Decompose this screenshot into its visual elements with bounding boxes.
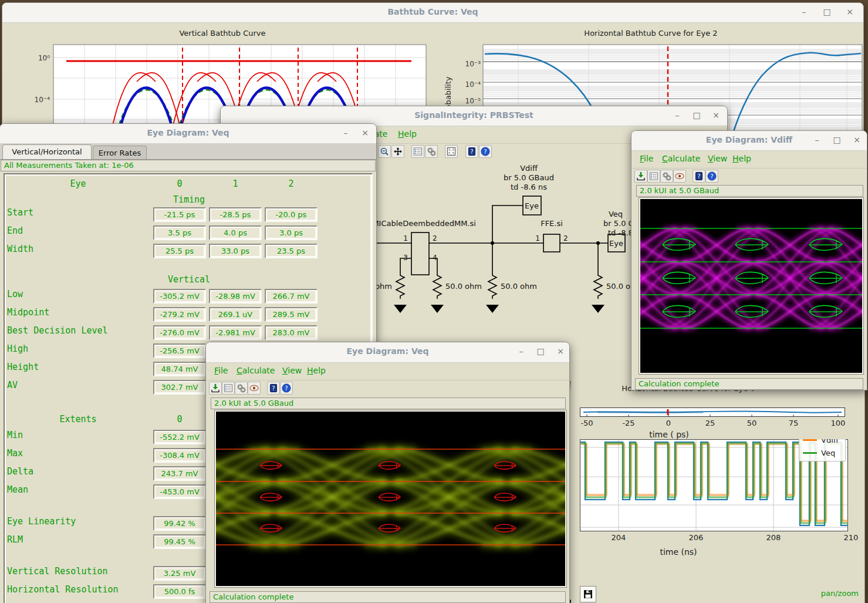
value-field[interactable]: -28.98 mV [209, 289, 262, 304]
save-button[interactable] [580, 586, 596, 602]
titlebar[interactable]: Eye Diagram: Veq – □ × [206, 342, 569, 363]
window-eye-diagram-veq: Eye Diagram: Veq – □ × File Calculate Vi… [205, 342, 570, 603]
maximize-icon[interactable]: □ [535, 346, 546, 356]
value-field[interactable]: -552.2 mV [153, 430, 206, 444]
value-field[interactable]: 289.5 mV [265, 307, 318, 322]
value-field[interactable]: -2.981 mV [209, 325, 262, 340]
minimize-icon[interactable]: – [812, 135, 822, 144]
menu-help[interactable]: Help [732, 154, 751, 163]
minimize-icon[interactable]: – [516, 346, 526, 356]
gears-icon[interactable] [235, 382, 248, 395]
value-field[interactable]: -453.0 mV [153, 484, 206, 499]
vdiff-probe-baudrate: br 5.0 GBaud [504, 173, 554, 182]
value-field[interactable]: -256.5 mV [153, 343, 206, 358]
menu-view[interactable]: View [708, 154, 727, 163]
close-icon[interactable]: × [360, 128, 370, 137]
minimize-icon[interactable]: – [799, 7, 809, 16]
time-slider-plot[interactable] [580, 407, 845, 417]
value-field[interactable]: 48.74 mV [153, 362, 206, 376]
menu-view[interactable]: View [282, 366, 302, 375]
menu-calculate[interactable]: Calculate [237, 366, 275, 375]
value-field[interactable]: 283.0 mV [265, 325, 318, 340]
slider-xlabel: time ( ps) [634, 430, 704, 439]
table-row: Width25.5 ps33.0 ps23.5 ps [0, 244, 376, 260]
maximize-icon[interactable]: □ [822, 7, 832, 16]
value-field[interactable]: 243.7 mV [153, 466, 206, 481]
tab-error-rates[interactable]: Error Rates [93, 146, 147, 159]
resistors [396, 274, 602, 299]
titlebar[interactable]: Bathtub Curve: Veq – □ × [2, 3, 863, 23]
waveform-plot[interactable]: Vdiff Veq [580, 439, 848, 531]
value-field[interactable]: 99.42 % [153, 516, 206, 531]
menu-help[interactable]: Help [398, 129, 417, 139]
close-icon[interactable]: × [711, 110, 721, 120]
value-field[interactable]: -20.0 ps [265, 207, 318, 222]
desktop: { "chrome": {"min": "–", "max": "□", "cl… [0, 0, 868, 603]
value-field[interactable]: 269.1 uV [209, 307, 262, 322]
menu-help[interactable]: Help [307, 366, 326, 375]
close-icon[interactable]: × [555, 346, 566, 356]
value-field[interactable]: 23.5 ps [265, 244, 318, 258]
menu-file[interactable]: File [640, 154, 653, 163]
gears-icon[interactable] [660, 170, 673, 183]
maximize-icon[interactable]: □ [691, 110, 702, 120]
help-circle-icon[interactable]: ? [705, 170, 718, 183]
maximize-icon[interactable]: □ [832, 135, 842, 144]
help-book-icon[interactable]: ? [465, 145, 478, 158]
eye-diagram-canvas-veq[interactable] [215, 410, 566, 587]
slider-tick: 0 [657, 419, 680, 427]
table-row: End3.5 ps4.0 ps3.0 ps [0, 225, 376, 242]
save-report-icon[interactable] [634, 170, 647, 183]
value-field[interactable]: -21.5 ps [153, 207, 206, 222]
eye-diagram-canvas-vdiff[interactable] [639, 198, 863, 374]
wave-tick: 208 [762, 533, 785, 542]
eye-view-icon[interactable] [248, 382, 261, 395]
properties-icon[interactable] [411, 145, 424, 158]
sparameter-viewer-icon[interactable]: 5,55,5 [445, 145, 458, 158]
slider-tick: 75 [782, 419, 805, 427]
save-report-icon[interactable] [209, 382, 222, 395]
properties-icon[interactable] [647, 170, 660, 183]
gears-icon[interactable] [425, 145, 438, 158]
slider-tick: -50 [575, 419, 599, 427]
value-field[interactable]: 302.7 mV [153, 380, 206, 395]
value-field[interactable]: -308.4 mV [153, 448, 206, 463]
ffe-block[interactable] [543, 234, 560, 252]
value-field[interactable]: 266.7 mV [265, 289, 318, 304]
value-field[interactable]: 500.0 fs [153, 584, 206, 599]
value-field[interactable]: -28.5 ps [209, 207, 262, 222]
help-circle-icon[interactable]: ? [280, 382, 293, 395]
minimize-icon[interactable]: – [340, 128, 351, 137]
close-icon[interactable]: × [845, 7, 855, 16]
zoom-out-icon[interactable] [378, 145, 391, 158]
properties-icon[interactable] [222, 382, 235, 395]
value-field[interactable]: 25.5 ps [153, 244, 206, 258]
titlebar[interactable]: Eye Diagram: Veq – × [0, 124, 376, 144]
eye-view-icon[interactable] [673, 170, 686, 183]
help-circle-icon[interactable]: ? [479, 145, 492, 158]
value-field[interactable]: -305.2 mV [153, 289, 206, 304]
menu-file[interactable]: File [214, 366, 228, 375]
slider-tick: 50 [740, 419, 764, 427]
value-field[interactable]: 99.45 % [153, 534, 206, 549]
help-book-icon[interactable]: ? [267, 382, 280, 395]
pan-icon[interactable] [391, 145, 404, 158]
value-field[interactable]: 3.5 ps [153, 225, 206, 240]
value-field[interactable]: 33.0 ps [209, 244, 262, 258]
tab-vertical-horizontal[interactable]: Vertical/Horizontal [2, 144, 92, 159]
eye-block-label: Eye [609, 239, 623, 248]
close-icon[interactable]: × [852, 135, 862, 144]
minimize-icon[interactable]: – [672, 110, 683, 120]
value-field[interactable]: 4.0 ps [209, 225, 262, 240]
tab-bar: Vertical/Horizontal Error Rates [0, 143, 376, 160]
value-field[interactable]: 3.25 mV [153, 566, 206, 581]
titlebar[interactable]: Eye Diagram: Vdiff – □ × [631, 131, 867, 151]
help-book-icon[interactable]: ? [693, 170, 705, 183]
value-field[interactable]: -276.0 mV [153, 325, 206, 340]
cable-block[interactable] [411, 233, 429, 275]
window-title: Bathtub Curve: Veq [2, 7, 863, 16]
panzoom-mode-label[interactable]: pan/zoom [821, 589, 859, 598]
value-field[interactable]: -279.2 mV [153, 307, 206, 322]
value-field[interactable]: 3.0 ps [265, 225, 318, 240]
menu-calculate[interactable]: Calculate [662, 154, 700, 163]
